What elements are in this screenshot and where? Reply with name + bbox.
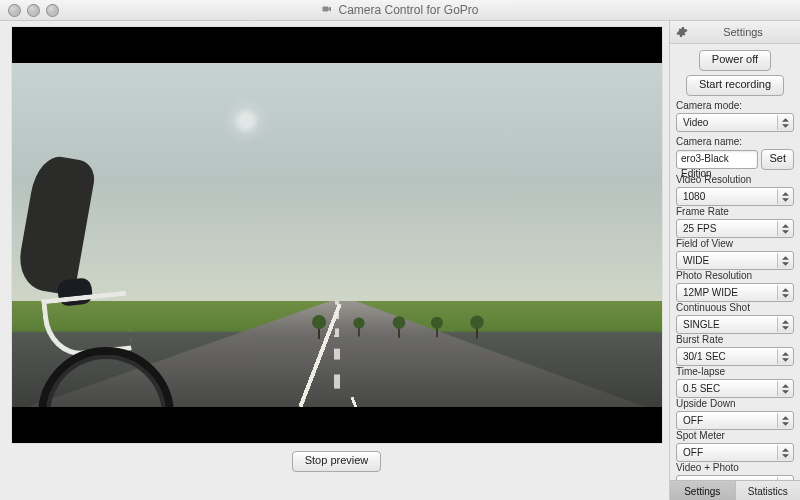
setting-select[interactable]: 30/1 SEC [676, 347, 794, 366]
camera-name-set-button[interactable]: Set [761, 149, 794, 170]
setting-row: Field of ViewWIDE [676, 238, 794, 270]
setting-value: WIDE [683, 255, 709, 266]
setting-value: OFF [683, 447, 703, 458]
setting-value: 12MP WIDE [683, 287, 738, 298]
svg-rect-0 [323, 6, 329, 11]
camera-name-setting: Camera name: ero3-Black Edition Set [676, 136, 794, 170]
select-arrows-icon [777, 285, 792, 300]
camera-preview [12, 27, 662, 443]
setting-value: 30/1 SEC [683, 351, 726, 362]
select-arrows-icon [777, 115, 792, 130]
setting-label: Field of View [676, 238, 794, 249]
settings-panel: Settings Power off Start recording Camer… [669, 21, 800, 500]
window-traffic-lights [8, 4, 59, 17]
setting-row: Upside DownOFF [676, 398, 794, 430]
start-recording-button[interactable]: Start recording [686, 75, 784, 96]
select-arrows-icon [777, 317, 792, 332]
setting-value: 0.5 SEC [683, 383, 720, 394]
setting-select[interactable]: SINGLE [676, 315, 794, 334]
tab-settings[interactable]: Settings [670, 481, 736, 500]
select-arrows-icon [777, 189, 792, 204]
settings-panel-header: Settings [670, 21, 800, 44]
setting-label: Video Resolution [676, 174, 794, 185]
select-arrows-icon [777, 413, 792, 428]
setting-select[interactable]: OFF [676, 443, 794, 462]
setting-label: Upside Down [676, 398, 794, 409]
power-off-button[interactable]: Power off [699, 50, 771, 71]
minimize-window-button[interactable] [27, 4, 40, 17]
setting-label: Frame Rate [676, 206, 794, 217]
setting-select[interactable]: 12MP WIDE [676, 283, 794, 302]
preview-pane: Stop preview [0, 21, 669, 500]
setting-select[interactable]: 1080 [676, 187, 794, 206]
setting-label: Photo Resolution [676, 270, 794, 281]
stop-preview-button[interactable]: Stop preview [292, 451, 382, 472]
setting-row: Frame Rate25 FPS [676, 206, 794, 238]
setting-row: Burst Rate30/1 SEC [676, 334, 794, 366]
zoom-window-button[interactable] [46, 4, 59, 17]
setting-select[interactable]: 0.5 SEC [676, 379, 794, 398]
camera-mode-label: Camera mode: [676, 100, 794, 111]
setting-value: SINGLE [683, 319, 720, 330]
setting-label: Continuous Shot [676, 302, 794, 313]
setting-label: Spot Meter [676, 430, 794, 441]
select-arrows-icon [777, 221, 792, 236]
setting-value: 25 FPS [683, 223, 716, 234]
setting-value: 1080 [683, 191, 705, 202]
select-arrows-icon [777, 445, 792, 460]
setting-value: OFF [683, 415, 703, 426]
window-titlebar: Camera Control for GoPro [0, 0, 800, 21]
setting-label: Video + Photo [676, 462, 794, 473]
setting-label: Time-lapse [676, 366, 794, 377]
window-title-text: Camera Control for GoPro [338, 3, 478, 17]
setting-select[interactable]: OFF [676, 411, 794, 430]
setting-row: Continuous ShotSINGLE [676, 302, 794, 334]
select-arrows-icon [777, 253, 792, 268]
setting-row: Video Resolution1080 [676, 174, 794, 206]
camera-name-input[interactable]: ero3-Black Edition [676, 150, 758, 169]
panel-tabs: Settings Statistics [670, 480, 800, 500]
camera-mode-value: Video [683, 117, 708, 128]
camera-name-label: Camera name: [676, 136, 794, 147]
setting-select[interactable]: WIDE [676, 251, 794, 270]
select-arrows-icon [777, 349, 792, 364]
close-window-button[interactable] [8, 4, 21, 17]
settings-panel-title: Settings [692, 26, 794, 38]
setting-row: Spot MeterOFF [676, 430, 794, 462]
setting-label: Burst Rate [676, 334, 794, 345]
camera-mode-setting: Camera mode: Video [676, 100, 794, 132]
setting-row: Photo Resolution12MP WIDE [676, 270, 794, 302]
tab-statistics[interactable]: Statistics [736, 481, 801, 500]
setting-row: Time-lapse0.5 SEC [676, 366, 794, 398]
camera-mode-select[interactable]: Video [676, 113, 794, 132]
window-title: Camera Control for GoPro [0, 3, 800, 18]
gear-icon [676, 26, 688, 38]
select-arrows-icon [777, 381, 792, 396]
setting-select[interactable]: 25 FPS [676, 219, 794, 238]
app-icon [321, 3, 333, 18]
